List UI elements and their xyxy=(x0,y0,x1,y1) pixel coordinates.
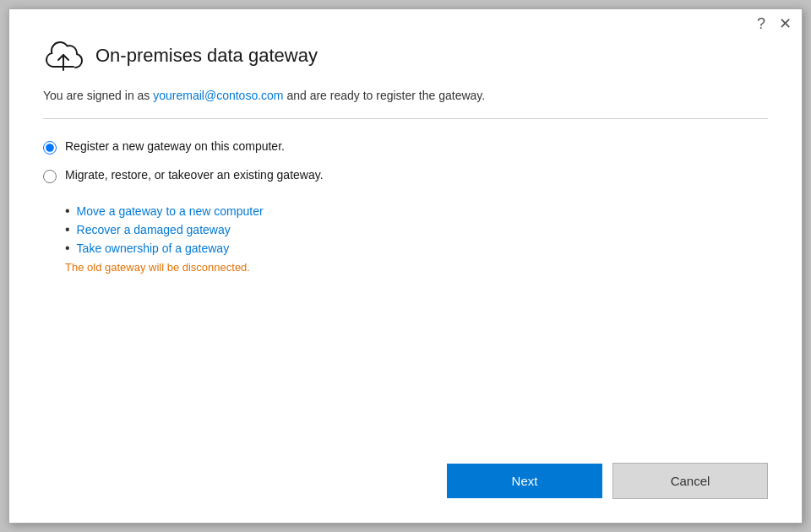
bullet-item-3: Take ownership of a gateway xyxy=(65,241,768,256)
dialog-content: On-premises data gateway You are signed … xyxy=(9,38,802,449)
migrate-label[interactable]: Migrate, restore, or takeover an existin… xyxy=(65,168,324,182)
next-button[interactable]: Next xyxy=(447,464,602,498)
bullet-item-3-text: Take ownership of a gateway xyxy=(77,242,230,255)
option-register-row: Register a new gateway on this computer. xyxy=(43,139,768,155)
help-icon[interactable]: ? xyxy=(757,16,765,31)
sub-options: Move a gateway to a new computer Recover… xyxy=(65,204,768,274)
subtitle-email: youremail@contoso.com xyxy=(153,89,283,102)
cloud-upload-icon xyxy=(43,38,84,73)
register-label[interactable]: Register a new gateway on this computer. xyxy=(65,139,285,153)
subtitle: You are signed in as youremail@contoso.c… xyxy=(43,87,768,105)
bullet-item-2: Recover a damaged gateway xyxy=(65,222,768,237)
dialog: ? ✕ On-premises data gateway You are sig… xyxy=(8,8,803,524)
bullet-item-2-text: Recover a damaged gateway xyxy=(77,223,231,236)
register-radio[interactable] xyxy=(43,141,57,155)
cancel-button[interactable]: Cancel xyxy=(612,463,768,499)
close-icon[interactable]: ✕ xyxy=(779,16,792,31)
footer: Next Cancel xyxy=(9,449,802,523)
divider xyxy=(43,118,768,119)
disconnect-note: The old gateway will be disconnected. xyxy=(65,261,768,274)
bullet-item-1: Move a gateway to a new computer xyxy=(65,204,768,219)
options-container: Register a new gateway on this computer.… xyxy=(43,139,768,274)
bullet-item-1-text: Move a gateway to a new computer xyxy=(77,204,264,218)
bullet-list: Move a gateway to a new computer Recover… xyxy=(65,204,768,256)
option-migrate-row: Migrate, restore, or takeover an existin… xyxy=(43,168,768,183)
title-bar: ? ✕ xyxy=(9,9,802,38)
subtitle-post: and are ready to register the gateway. xyxy=(284,89,486,102)
migrate-radio[interactable] xyxy=(43,170,57,183)
subtitle-pre: You are signed in as xyxy=(43,89,153,102)
dialog-title: On-premises data gateway xyxy=(95,45,318,67)
dialog-header: On-premises data gateway xyxy=(43,38,768,73)
